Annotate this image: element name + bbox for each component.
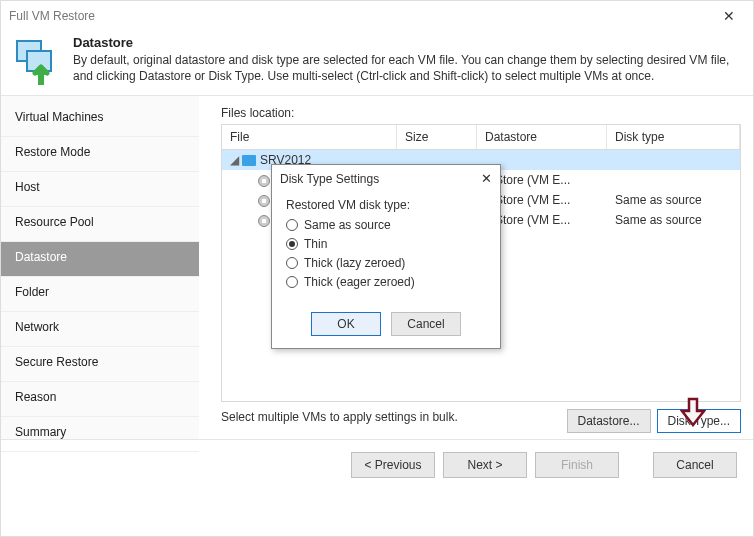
radio-thick-eager-zeroed-[interactable]: Thick (eager zeroed) xyxy=(286,275,486,289)
disk-icon xyxy=(258,175,270,187)
header-text: Datastore By default, original datastore… xyxy=(73,35,741,85)
sidebar-item-network[interactable]: Network xyxy=(1,312,199,347)
datastore-icon xyxy=(13,37,61,85)
sidebar-item-datastore[interactable]: Datastore xyxy=(1,242,199,277)
cancel-button[interactable]: Cancel xyxy=(653,452,737,478)
wizard-sidebar: Virtual MachinesRestore ModeHostResource… xyxy=(1,96,199,439)
col-file[interactable]: File xyxy=(222,125,397,149)
sidebar-item-folder[interactable]: Folder xyxy=(1,277,199,312)
titlebar: Full VM Restore ✕ xyxy=(1,1,753,31)
radio-icon[interactable] xyxy=(286,276,298,288)
sidebar-item-host[interactable]: Host xyxy=(1,172,199,207)
page-title: Datastore xyxy=(73,35,741,50)
radio-icon[interactable] xyxy=(286,257,298,269)
col-size[interactable]: Size xyxy=(397,125,477,149)
radio-label: Same as source xyxy=(304,218,391,232)
next-button[interactable]: Next > xyxy=(443,452,527,478)
cell-disktype xyxy=(607,178,740,182)
radio-label: Thin xyxy=(304,237,327,251)
window-title: Full VM Restore xyxy=(9,9,95,23)
close-icon[interactable]: ✕ xyxy=(713,4,745,28)
disk-type-settings-dialog: Disk Type Settings ✕ Restored VM disk ty… xyxy=(271,164,501,349)
sidebar-item-summary[interactable]: Summary xyxy=(1,417,199,452)
dialog-titlebar: Disk Type Settings ✕ xyxy=(272,165,500,192)
dialog-title: Disk Type Settings xyxy=(280,172,379,186)
disk-icon xyxy=(258,195,270,207)
radio-icon[interactable] xyxy=(286,219,298,231)
header: Datastore By default, original datastore… xyxy=(1,31,753,95)
sidebar-item-restore-mode[interactable]: Restore Mode xyxy=(1,137,199,172)
radio-thick-lazy-zeroed-[interactable]: Thick (lazy zeroed) xyxy=(286,256,486,270)
sidebar-item-secure-restore[interactable]: Secure Restore xyxy=(1,347,199,382)
wizard-window: Full VM Restore ✕ Datastore By default, … xyxy=(0,0,754,537)
radio-thin[interactable]: Thin xyxy=(286,237,486,251)
table-header: File Size Datastore Disk type xyxy=(222,125,740,150)
disk-icon xyxy=(258,215,270,227)
page-description: By default, original datastore and disk … xyxy=(73,52,741,84)
dialog-ok-button[interactable]: OK xyxy=(311,312,381,336)
col-datastore[interactable]: Datastore xyxy=(477,125,607,149)
col-disktype[interactable]: Disk type xyxy=(607,125,740,149)
previous-button[interactable]: < Previous xyxy=(351,452,435,478)
dialog-cancel-button[interactable]: Cancel xyxy=(391,312,461,336)
finish-button: Finish xyxy=(535,452,619,478)
datastore-button[interactable]: Datastore... xyxy=(567,409,651,433)
cell-disktype: Same as source xyxy=(607,191,740,209)
disk-type-options: Same as sourceThinThick (lazy zeroed)Thi… xyxy=(286,218,486,289)
radio-icon[interactable] xyxy=(286,238,298,250)
tree-collapse-icon[interactable]: ◢ xyxy=(230,153,240,167)
disk-type-group-label: Restored VM disk type: xyxy=(286,198,486,212)
cell-disktype: Same as source xyxy=(607,211,740,229)
dialog-close-icon[interactable]: ✕ xyxy=(481,171,492,186)
radio-label: Thick (lazy zeroed) xyxy=(304,256,405,270)
pointer-arrow-icon xyxy=(680,397,706,430)
files-location-label: Files location: xyxy=(221,106,741,120)
cell-size xyxy=(397,158,477,162)
sidebar-item-resource-pool[interactable]: Resource Pool xyxy=(1,207,199,242)
cell-datastore xyxy=(477,158,607,162)
radio-same-as-source[interactable]: Same as source xyxy=(286,218,486,232)
vm-icon xyxy=(242,155,256,166)
sidebar-item-reason[interactable]: Reason xyxy=(1,382,199,417)
cell-disktype xyxy=(607,158,740,162)
sidebar-item-virtual-machines[interactable]: Virtual Machines xyxy=(1,102,199,137)
radio-label: Thick (eager zeroed) xyxy=(304,275,415,289)
